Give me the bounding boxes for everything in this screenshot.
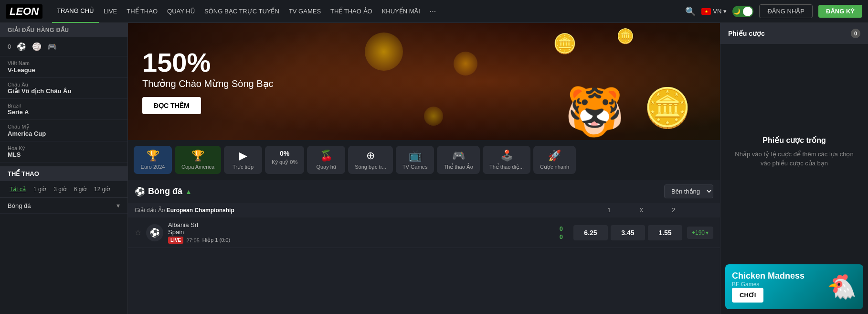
nav-quay-hu[interactable]: QUAY HŨ (162, 0, 200, 23)
table-row: ☆ ⚽ Albania Srl Spain LIVE 27:05 Hiệp 1 … (128, 217, 720, 248)
coin-small-icon: 🪙 (553, 32, 577, 55)
sidebar-item-seriea[interactable]: Brazil Serie A (0, 99, 127, 120)
sidebar-item-americacup[interactable]: Châu Mỹ America Cup (0, 120, 127, 141)
quick-link-label: TV Games (402, 164, 428, 170)
quick-link-casino[interactable]: ⊕ Sòng bạc tr... (348, 146, 393, 174)
virtual-icon: 🎮 (452, 150, 465, 162)
promo-play-button[interactable]: CHƠI (732, 288, 763, 303)
quick-links: 🏆 Euro 2024 🏆 Copa America ▶ Trực tiếp 0… (128, 140, 720, 180)
sort-selector[interactable]: Bên thắng (664, 184, 713, 198)
football-icon[interactable]: ⚽ (17, 42, 26, 51)
banner-read-more-button[interactable]: ĐỌC THÊM (142, 97, 201, 114)
quick-link-slots[interactable]: 🍒 Quay hũ (307, 146, 345, 174)
sport-label: Bóng đá (8, 202, 31, 209)
nav-the-thao[interactable]: THỂ THAO (122, 0, 162, 23)
banner-text: 150% Thưởng Chào Mừng Sòng Bạc ĐỌC THÊM (128, 40, 288, 124)
bet-slip-title: Phiếu cược (728, 30, 765, 37)
quick-link-copa[interactable]: 🏆 Copa America (175, 146, 221, 174)
quick-link-live[interactable]: ▶ Trực tiếp (224, 146, 262, 174)
lang-label: VN (713, 8, 721, 15)
sidebar-item-champions[interactable]: Châu Âu Giải Vô địch Châu Âu (0, 78, 127, 99)
sidebar-item-mls[interactable]: Hoa Kỳ MLS (0, 141, 127, 162)
bet-slip-header: Phiếu cược 0 (720, 23, 868, 44)
moon-icon: 🌙 (733, 8, 741, 15)
league-country: Hoa Kỳ (8, 145, 120, 151)
gamepad-icon[interactable]: 🎮 (47, 42, 57, 51)
match-half: Hiệp 1 (0:0) (202, 237, 230, 243)
banner-subtitle: Thưởng Chào Mừng Sòng Bạc (142, 78, 274, 89)
bet-slip-empty-title: Phiếu cược trống (762, 136, 826, 145)
league-country: Châu Mỹ (8, 124, 120, 130)
league-name: MLS (8, 151, 120, 158)
match-time: 27:05 (186, 238, 200, 243)
live-badge: LIVE (168, 237, 183, 244)
quick-link-quickbet[interactable]: 🚀 Cược nhanh (533, 146, 576, 174)
sidebar-sport-icons: 0 ⚽ 🏐 🎮 (0, 37, 127, 56)
nav-more[interactable]: ··· (425, 0, 441, 23)
right-panel: Phiếu cược 0 Phiếu cược trống Nhấp vào t… (720, 23, 868, 314)
odds-header-x: X (639, 207, 643, 214)
nav-live[interactable]: LIVE (99, 0, 122, 23)
quick-link-label: Copa America (181, 164, 214, 170)
odd-x-button[interactable]: 3.45 (611, 225, 645, 240)
search-icon[interactable]: 🔍 (685, 6, 696, 17)
quick-link-tvgames[interactable]: 📺 TV Games (396, 146, 434, 174)
football-section-icon: ⚽ (135, 186, 145, 197)
sidebar-item-bongda[interactable]: Bóng đá ▾ (0, 198, 127, 214)
match-group-name: European Championship (167, 207, 234, 214)
quick-link-label: Thể thao điệ... (489, 164, 524, 170)
quick-link-deposit[interactable]: 0% Ký quỹ 0% (265, 146, 304, 174)
nav-the-thao-ao[interactable]: THỂ THAO ẢO (326, 0, 377, 23)
theme-toggle[interactable]: 🌙 (732, 6, 753, 17)
play-icon: ▶ (239, 150, 247, 162)
filter-6h[interactable]: 6 giờ (72, 185, 88, 194)
league-country: Brazil (8, 103, 120, 108)
register-button[interactable]: ĐĂNG KÝ (818, 5, 862, 18)
team1-name: Albania Srl (168, 221, 555, 228)
tiger-illustration: 🐯 (565, 84, 625, 140)
odd-1-button[interactable]: 6.25 (573, 225, 608, 240)
league-name: America Cup (8, 130, 120, 137)
sport-section-label: THỂ THAO (8, 170, 39, 177)
sport-filters: Tất cả 1 giờ 3 giờ 6 giờ 12 giờ (0, 181, 127, 198)
match-score: 0 0 (560, 225, 563, 240)
nav-trang-chu[interactable]: TRANG CHỦ (52, 0, 99, 23)
odds-group: 6.25 3.45 1.55 (573, 225, 682, 240)
quick-link-esports[interactable]: 🕹️ Thể thao điệ... (483, 146, 530, 174)
filter-12h[interactable]: 12 giờ (92, 185, 112, 194)
login-button[interactable]: ĐĂNG NHẬP (759, 4, 813, 18)
filter-all[interactable]: Tất cả (8, 185, 28, 194)
sport-number: 0 (8, 43, 11, 50)
quick-link-label: Euro 2024 (141, 164, 165, 170)
volleyball-icon[interactable]: 🏐 (32, 42, 42, 51)
lang-selector[interactable]: VN ▾ (701, 8, 727, 15)
percent-icon: 0% (280, 150, 289, 157)
filter-1h[interactable]: 1 giờ (32, 185, 48, 194)
odds-header: 1 X 2 (608, 207, 713, 214)
quick-link-euro2024[interactable]: 🏆 Euro 2024 (134, 146, 172, 174)
more-odds-button[interactable]: +190 ▾ (687, 227, 713, 239)
promo-banner[interactable]: Chicken Madness BF Games CHƠI 🐔 (725, 264, 863, 309)
score2: 0 (560, 233, 563, 240)
promo-title: Chicken Madness (732, 271, 822, 281)
logo[interactable]: LEON (6, 4, 42, 19)
quick-link-virtual[interactable]: 🎮 Thể thao Ảo (437, 146, 479, 174)
nav-song-bac[interactable]: SÒNG BẠC TRỰC TUYẾN (200, 0, 284, 23)
sidebar-top-title: GIẢI ĐẤU HÀNG ĐẦU (0, 23, 127, 37)
esports-icon: 🕹️ (500, 150, 513, 162)
promo-text: Chicken Madness BF Games CHƠI (732, 271, 822, 303)
score1: 0 (560, 225, 563, 232)
odds-header-1: 1 (608, 207, 611, 214)
main-layout: GIẢI ĐẤU HÀNG ĐẦU 0 ⚽ 🏐 🎮 Việt Nam V-Lea… (0, 23, 868, 314)
team-logo: ⚽ (146, 224, 163, 241)
nav-tv-games[interactable]: TV GAMES (284, 0, 326, 23)
nav-khuyen-mai[interactable]: KHUYẾN MÃI (377, 0, 425, 23)
favorite-icon[interactable]: ☆ (135, 228, 141, 237)
odd-2-button[interactable]: 1.55 (648, 225, 682, 240)
filter-3h[interactable]: 3 giờ (52, 185, 68, 194)
euro2024-icon: 🏆 (147, 150, 159, 162)
copa-icon: 🏆 (191, 150, 204, 162)
coin-small2-icon: 🪙 (616, 28, 634, 44)
sidebar-item-vleague[interactable]: Việt Nam V-League (0, 56, 127, 78)
rocket-icon: 🚀 (548, 150, 561, 162)
